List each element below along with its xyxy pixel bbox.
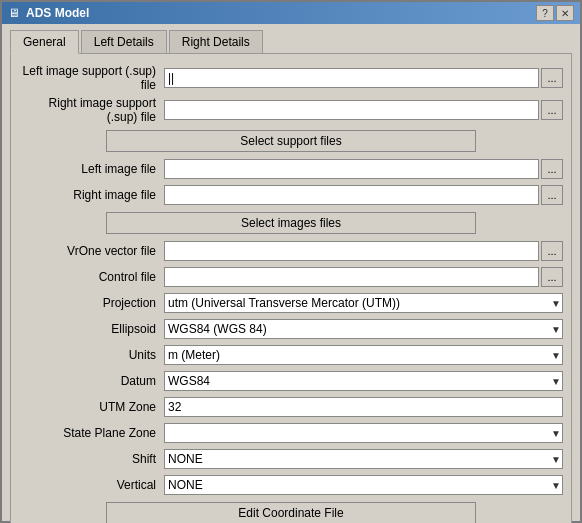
shift-select-wrapper: NONE ▼	[164, 449, 563, 469]
state-plane-zone-select-wrapper: ▼	[164, 423, 563, 443]
vrone-vector-file-label: VrOne vector file	[19, 244, 164, 258]
window-icon: 🖥	[8, 6, 22, 20]
window-title: ADS Model	[26, 6, 89, 20]
close-button[interactable]: ✕	[556, 5, 574, 21]
edit-coordinate-file-row: Edit Coordinate File	[19, 502, 563, 523]
title-buttons: ? ✕	[536, 5, 574, 21]
right-image-support-browse-button[interactable]: ...	[541, 100, 563, 120]
utm-zone-row: UTM Zone	[19, 396, 563, 418]
title-bar-left: 🖥 ADS Model	[8, 6, 89, 20]
title-bar: 🖥 ADS Model ? ✕	[2, 2, 580, 24]
right-image-file-input[interactable]	[164, 185, 539, 205]
left-image-support-browse-button[interactable]: ...	[541, 68, 563, 88]
utm-zone-input[interactable]	[164, 397, 563, 417]
ellipsoid-label: Ellipsoid	[19, 322, 164, 336]
units-select-wrapper: m (Meter) ▼	[164, 345, 563, 365]
units-select[interactable]: m (Meter)	[164, 345, 563, 365]
select-support-files-row: Select support files	[19, 130, 563, 152]
left-image-support-row: Left image support (.sup) file ...	[19, 64, 563, 92]
left-image-file-input-group: ...	[164, 159, 563, 179]
control-file-input-group: ...	[164, 267, 563, 287]
right-image-file-input-group: ...	[164, 185, 563, 205]
datum-select-wrapper: WGS84 ▼	[164, 371, 563, 391]
ellipsoid-row: Ellipsoid WGS84 (WGS 84) ▼	[19, 318, 563, 340]
control-file-browse-button[interactable]: ...	[541, 267, 563, 287]
help-button[interactable]: ?	[536, 5, 554, 21]
right-image-support-input-group: ...	[164, 100, 563, 120]
left-image-file-row: Left image file ...	[19, 158, 563, 180]
right-image-file-label: Right image file	[19, 188, 164, 202]
vertical-label: Vertical	[19, 478, 164, 492]
control-file-label: Control file	[19, 270, 164, 284]
state-plane-zone-select[interactable]	[164, 423, 563, 443]
vrone-vector-file-input-group: ...	[164, 241, 563, 261]
select-images-files-button[interactable]: Select images files	[106, 212, 476, 234]
projection-select[interactable]: utm (Universal Transverse Mercator (UTM)…	[164, 293, 563, 313]
projection-row: Projection utm (Universal Transverse Mer…	[19, 292, 563, 314]
datum-select[interactable]: WGS84	[164, 371, 563, 391]
left-image-support-input[interactable]	[164, 68, 539, 88]
vrone-vector-file-browse-button[interactable]: ...	[541, 241, 563, 261]
datum-label: Datum	[19, 374, 164, 388]
projection-select-wrapper: utm (Universal Transverse Mercator (UTM)…	[164, 293, 563, 313]
tab-general[interactable]: General	[10, 30, 79, 54]
tab-left-details[interactable]: Left Details	[81, 30, 167, 54]
right-image-file-row: Right image file ...	[19, 184, 563, 206]
state-plane-zone-label: State Plane Zone	[19, 426, 164, 440]
utm-zone-label: UTM Zone	[19, 400, 164, 414]
main-content: General Left Details Right Details Left …	[2, 24, 580, 523]
vertical-select-wrapper: NONE ▼	[164, 475, 563, 495]
tab-bar: General Left Details Right Details	[10, 30, 572, 54]
left-image-file-label: Left image file	[19, 162, 164, 176]
left-image-support-input-group: ...	[164, 68, 563, 88]
datum-row: Datum WGS84 ▼	[19, 370, 563, 392]
vertical-select[interactable]: NONE	[164, 475, 563, 495]
select-support-files-button[interactable]: Select support files	[106, 130, 476, 152]
ellipsoid-select-wrapper: WGS84 (WGS 84) ▼	[164, 319, 563, 339]
right-image-support-label: Right image support (.sup) file	[19, 96, 164, 124]
units-row: Units m (Meter) ▼	[19, 344, 563, 366]
left-image-file-input[interactable]	[164, 159, 539, 179]
vrone-vector-file-row: VrOne vector file ...	[19, 240, 563, 262]
control-file-input[interactable]	[164, 267, 539, 287]
tab-right-details[interactable]: Right Details	[169, 30, 263, 54]
ellipsoid-select[interactable]: WGS84 (WGS 84)	[164, 319, 563, 339]
right-image-support-row: Right image support (.sup) file ...	[19, 96, 563, 124]
vertical-row: Vertical NONE ▼	[19, 474, 563, 496]
right-image-file-browse-button[interactable]: ...	[541, 185, 563, 205]
vrone-vector-file-input[interactable]	[164, 241, 539, 261]
shift-select[interactable]: NONE	[164, 449, 563, 469]
units-label: Units	[19, 348, 164, 362]
shift-row: Shift NONE ▼	[19, 448, 563, 470]
right-image-support-input[interactable]	[164, 100, 539, 120]
select-images-files-row: Select images files	[19, 212, 563, 234]
projection-label: Projection	[19, 296, 164, 310]
main-window: 🖥 ADS Model ? ✕ General Left Details Rig…	[0, 0, 582, 523]
left-image-file-browse-button[interactable]: ...	[541, 159, 563, 179]
edit-coordinate-file-button[interactable]: Edit Coordinate File	[106, 502, 476, 523]
shift-label: Shift	[19, 452, 164, 466]
tab-content-general: Left image support (.sup) file ... Right…	[10, 53, 572, 523]
control-file-row: Control file ...	[19, 266, 563, 288]
state-plane-zone-row: State Plane Zone ▼	[19, 422, 563, 444]
left-image-support-label: Left image support (.sup) file	[19, 64, 164, 92]
